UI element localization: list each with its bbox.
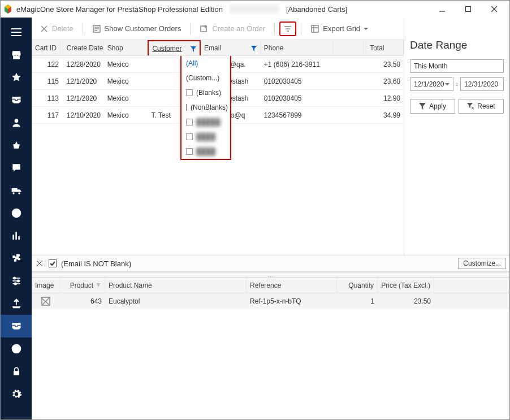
date-range-title: Date Range — [410, 39, 504, 51]
svg-rect-28 — [312, 25, 318, 32]
sidebar-chart-icon[interactable] — [1, 224, 32, 247]
col-email[interactable]: Email — [201, 40, 261, 55]
dcol-image[interactable]: Image — [32, 278, 60, 293]
filter-option-label: (Custom...) — [186, 74, 219, 82]
sort-icon — [96, 282, 101, 289]
sort-icon — [337, 44, 343, 52]
sidebar-sliders-icon[interactable] — [1, 270, 32, 292]
customer-filter-dropdown: (All)(Custom...)(Blanks)(NonBlanks)█████… — [180, 56, 231, 160]
date-from-input[interactable]: 12/1/2020 — [410, 77, 453, 91]
sidebar-truck-icon[interactable] — [1, 179, 32, 202]
sidebar-archive-icon[interactable] — [1, 315, 32, 337]
col-phone[interactable]: Phone — [261, 40, 334, 55]
sidebar-inbox-icon[interactable] — [1, 89, 32, 111]
filter-option[interactable]: (Blanks) — [181, 85, 230, 100]
create-order-button[interactable]: Create an Order — [195, 22, 270, 36]
svg-rect-1 — [466, 7, 471, 12]
col-customer[interactable]: Customer — [148, 40, 201, 55]
chevron-down-icon — [364, 28, 368, 30]
delete-button[interactable]: Delete — [35, 22, 78, 36]
col-shop[interactable]: Shop — [104, 40, 148, 55]
sidebar-star-icon[interactable] — [1, 66, 32, 89]
cell-create-date: 12/28/2020 — [63, 60, 104, 68]
sidebar-chat-icon[interactable] — [1, 157, 32, 179]
funnel-x-icon — [467, 103, 474, 110]
grid-body[interactable]: 12212/28/2020Mexicotester-qr@qa.+1 (606)… — [32, 56, 404, 255]
detail-grid-body[interactable]: 643EucalyptolRef-1p5-x-n-bTQ123.50 — [32, 293, 509, 309]
col-phone2[interactable] — [334, 40, 366, 55]
svg-point-15 — [16, 351, 17, 352]
upper-area: Delete Show Customer Orders Create an Or… — [32, 18, 509, 255]
cell-cart-id: 115 — [32, 77, 63, 85]
cell-shop: Mexico — [104, 60, 148, 68]
filter-option[interactable]: (NonBlanks) — [181, 100, 230, 115]
col-cart-id[interactable]: Cart ID — [32, 40, 63, 55]
filter-icon — [191, 46, 196, 51]
export-grid-button[interactable]: Export Grid — [306, 22, 373, 36]
close-button[interactable] — [481, 1, 507, 18]
sidebar-user-icon[interactable] — [1, 111, 32, 134]
chevron-down-icon — [445, 83, 450, 85]
sidebar-lock-icon[interactable] — [1, 360, 32, 383]
svg-point-11 — [14, 277, 15, 279]
svg-point-13 — [14, 283, 16, 284]
date-range-panel: Date Range This Month 12/1/2020 - 12/31/… — [404, 18, 509, 255]
filter-enabled-checkbox[interactable] — [49, 259, 57, 267]
cell-phone: 0102030405 — [261, 94, 334, 102]
cell-cart-id: 122 — [32, 60, 63, 68]
filter-option[interactable]: (Custom...) — [181, 71, 230, 85]
sidebar-basket-icon[interactable] — [1, 134, 32, 157]
cell-phone: 1234567899 — [261, 111, 334, 119]
sidebar-gear-icon[interactable] — [1, 383, 32, 405]
reset-label: Reset — [477, 102, 495, 110]
cell-quantity: 1 — [337, 297, 378, 305]
filter-option-label: (All) — [186, 59, 198, 67]
filter-option[interactable]: █████ — [181, 115, 230, 129]
date-from-value: 12/1/2020 — [414, 80, 444, 88]
titlebar: eMagicOne Store Manager for PrestaShop P… — [1, 1, 509, 18]
svg-point-12 — [17, 280, 19, 282]
date-to-value: 12/31/2020 — [464, 80, 498, 88]
apply-button[interactable]: Apply — [410, 99, 455, 114]
toolbar-sep — [301, 23, 301, 35]
dcol-product[interactable]: Product — [60, 278, 105, 293]
app-logo-icon — [3, 4, 13, 14]
sidebar-plugin-icon[interactable] — [1, 247, 32, 270]
title-redacted — [230, 5, 279, 14]
filter-option[interactable]: ████ — [181, 144, 230, 159]
checkbox-icon — [186, 89, 193, 96]
sidebar-help-icon[interactable] — [1, 337, 32, 360]
sidebar-menu-toggle[interactable] — [1, 21, 32, 44]
sidebar-globe-icon[interactable] — [1, 202, 32, 224]
filter-toggle-button[interactable] — [279, 21, 296, 36]
filter-expression: (Email IS NOT Blank) — [61, 259, 131, 268]
date-range-preset[interactable]: This Month — [410, 59, 504, 73]
minimize-button[interactable] — [429, 1, 455, 18]
splitter-handle[interactable]: … — [32, 272, 509, 278]
col-create-date[interactable]: Create Date — [63, 40, 104, 55]
customize-label: Customize... — [463, 259, 501, 267]
window-title-right: [Abandoned Carts] — [286, 5, 347, 14]
filter-option[interactable]: (All) — [181, 56, 230, 71]
detail-row[interactable]: 643EucalyptolRef-1p5-x-n-bTQ123.50 — [32, 293, 509, 309]
clear-filter-button[interactable] — [35, 259, 44, 268]
maximize-button[interactable] — [455, 1, 481, 18]
cell-shop: Mexico — [104, 77, 148, 85]
reset-button[interactable]: Reset — [459, 99, 504, 114]
dcol-product-name[interactable]: Product Name — [105, 278, 247, 293]
customize-filter-button[interactable]: Customize... — [458, 258, 506, 269]
dcol-reference[interactable]: Reference — [247, 278, 337, 293]
sidebar-upload-icon[interactable] — [1, 292, 32, 315]
filter-option[interactable]: ████ — [181, 129, 230, 144]
detail-grid-header: Image Product Product Name Reference Qua… — [32, 278, 509, 293]
sidebar-store-icon[interactable] — [1, 44, 32, 66]
dcol-price[interactable]: Price (Tax Excl.) — [378, 278, 434, 293]
date-range-dates: 12/1/2020 - 12/31/2020 — [410, 77, 504, 91]
filter-icon — [251, 45, 257, 51]
cell-cart-id: 117 — [32, 111, 63, 119]
date-to-input[interactable]: 12/31/2020 — [460, 77, 504, 91]
col-total[interactable]: Total — [366, 40, 404, 55]
export-grid-label: Export Grid — [323, 24, 360, 33]
show-customer-orders-button[interactable]: Show Customer Orders — [88, 22, 186, 36]
dcol-quantity[interactable]: Quantity — [337, 278, 378, 293]
